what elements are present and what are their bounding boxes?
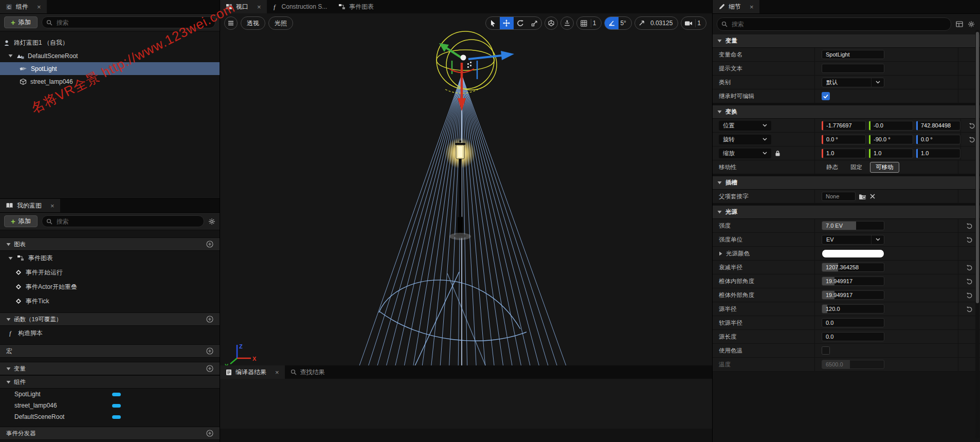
blueprint-section-header[interactable]: 组件 <box>0 375 220 389</box>
blueprint-item[interactable]: street_lamp046 <box>0 400 220 411</box>
blueprint-section-header[interactable]: 图表 <box>0 237 220 251</box>
my-blueprint-search-input[interactable] <box>56 217 199 226</box>
details-search[interactable] <box>717 17 951 31</box>
tab-event-graph[interactable]: 事件图表 <box>333 0 379 13</box>
reset-to-default-icon[interactable] <box>969 136 975 143</box>
viewport-3d[interactable]: 透视 光照 1 5° 0.03125 <box>220 13 713 379</box>
expander-arrow-icon[interactable] <box>8 256 13 260</box>
value-input[interactable] <box>822 64 884 73</box>
component-tree-item[interactable]: 路灯蓝图1 （自我） <box>0 36 220 49</box>
tab-construction-script[interactable]: f Construction S... <box>267 0 333 13</box>
value-input[interactable] <box>822 50 884 59</box>
component-tree-item[interactable]: SpotLight <box>0 62 220 75</box>
expander-arrow-icon[interactable] <box>719 251 722 256</box>
tab-compiler-results[interactable]: 编译器结果 × <box>220 365 285 379</box>
value-input[interactable] <box>822 332 884 341</box>
move-tool-button[interactable] <box>500 16 514 30</box>
reset-to-default-icon[interactable] <box>966 306 973 312</box>
blueprint-section-header[interactable]: 函数（19可覆盖） <box>0 312 220 326</box>
lit-mode-button[interactable]: 光照 <box>268 16 293 30</box>
blueprint-item[interactable]: 事件图表 <box>0 251 220 265</box>
scale-snap-value[interactable]: 0.03125 <box>649 20 678 27</box>
lock-icon[interactable] <box>775 150 781 157</box>
checkbox[interactable] <box>822 346 830 355</box>
details-section-header[interactable]: 变量 <box>713 34 980 48</box>
camera-speed-group[interactable]: 1 <box>681 16 706 30</box>
viewport-menu-button[interactable] <box>224 16 238 30</box>
blueprint-section-header[interactable]: 事件分发器 <box>0 427 220 440</box>
details-section-header[interactable]: 变换 <box>713 105 980 119</box>
add-new-icon[interactable] <box>206 316 213 323</box>
vector-component-field[interactable]: 1.0 <box>916 149 960 158</box>
value-input[interactable] <box>822 318 884 327</box>
blueprint-section-header[interactable]: 变量 <box>0 362 220 375</box>
close-icon[interactable]: × <box>257 4 261 10</box>
tab-components[interactable]: C 组件 × <box>0 0 47 13</box>
camera-speed-button[interactable] <box>681 16 695 30</box>
vector-component-field[interactable]: 0.0 ° <box>916 135 960 144</box>
component-tree-item[interactable]: street_lamp046 <box>0 75 220 88</box>
reset-to-default-icon[interactable] <box>966 292 973 299</box>
add-new-icon[interactable] <box>206 430 213 437</box>
section-arrow-icon[interactable] <box>6 380 11 384</box>
vector-component-field[interactable]: 1.0 <box>869 149 913 158</box>
gear-icon[interactable] <box>968 21 975 28</box>
section-arrow-icon[interactable] <box>6 367 11 371</box>
expander-arrow-icon[interactable] <box>8 54 13 58</box>
section-arrow-icon[interactable] <box>717 39 722 43</box>
reset-to-default-icon[interactable] <box>966 236 973 243</box>
axis-list-dropdown[interactable]: 旋转 <box>719 135 771 144</box>
checkbox[interactable] <box>822 92 830 100</box>
socket-name-input[interactable] <box>822 192 856 201</box>
select-tool-button[interactable] <box>486 16 500 30</box>
close-icon[interactable]: × <box>37 4 41 10</box>
components-search[interactable] <box>42 16 215 28</box>
vector-component-field[interactable]: -90.0 ° <box>869 135 913 144</box>
components-search-input[interactable] <box>56 19 211 27</box>
axis-list-dropdown[interactable]: 位置 <box>719 121 771 131</box>
value-slider[interactable]: 1207.364258 <box>822 263 884 272</box>
tab-details[interactable]: 细节 × <box>713 0 759 13</box>
close-icon[interactable]: × <box>750 4 754 10</box>
tab-find-results[interactable]: 查找结果 <box>285 365 331 379</box>
scale-tool-button[interactable] <box>528 16 541 30</box>
blueprint-section-header[interactable]: 宏 <box>0 344 220 358</box>
add-new-icon[interactable] <box>206 347 213 355</box>
details-section-header[interactable]: 插槽 <box>713 176 980 190</box>
close-icon[interactable]: × <box>50 202 55 209</box>
scrollbar-thumb[interactable] <box>976 32 979 303</box>
value-dropdown[interactable]: 默认 <box>822 78 884 87</box>
rotation-snap-group[interactable]: 5° <box>604 16 631 30</box>
value-slider[interactable]: 6500.0 <box>822 360 884 369</box>
grid-snap-toggle[interactable] <box>577 16 591 30</box>
reset-to-default-icon[interactable] <box>969 122 975 129</box>
mobility-option[interactable]: 固定 <box>846 163 867 171</box>
blueprint-item[interactable]: DefaultSceneRoot <box>0 411 220 422</box>
scale-snap-toggle[interactable] <box>635 16 649 30</box>
vector-component-field[interactable]: -0.0 <box>869 121 913 131</box>
add-new-icon[interactable] <box>206 241 213 248</box>
vector-component-field[interactable]: 742.804498 <box>916 121 960 131</box>
world-space-toggle[interactable] <box>545 16 558 30</box>
color-swatch[interactable] <box>822 249 884 258</box>
value-slider[interactable]: 19.949917 <box>822 290 884 300</box>
axis-list-dropdown[interactable]: 缩放 <box>719 149 771 158</box>
grid-snap-group[interactable]: 1 <box>576 16 602 30</box>
add-blueprint-item-button[interactable]: + 添加 <box>4 215 38 227</box>
component-tree-item[interactable]: DefaultSceneRoot <box>0 49 220 62</box>
section-arrow-icon[interactable] <box>6 318 11 321</box>
grid-snap-value[interactable]: 1 <box>591 20 602 27</box>
perspective-button[interactable]: 透视 <box>241 16 265 30</box>
blueprint-item[interactable]: 事件Tick <box>0 294 220 308</box>
vector-component-field[interactable]: -1.776697 <box>822 121 866 131</box>
rotate-tool-button[interactable] <box>514 16 528 30</box>
camera-speed-value[interactable]: 1 <box>696 20 706 27</box>
my-blueprint-search[interactable] <box>42 215 204 227</box>
mobility-option[interactable]: 可移动 <box>870 162 899 173</box>
blueprint-item[interactable]: 事件Actor开始重叠 <box>0 280 220 294</box>
value-slider[interactable]: 120.0 <box>822 304 884 314</box>
rotation-snap-toggle[interactable] <box>605 16 619 30</box>
details-section-header[interactable]: 光源 <box>713 206 980 219</box>
reset-to-default-icon[interactable] <box>966 264 973 271</box>
rotation-snap-value[interactable]: 5° <box>619 20 631 27</box>
